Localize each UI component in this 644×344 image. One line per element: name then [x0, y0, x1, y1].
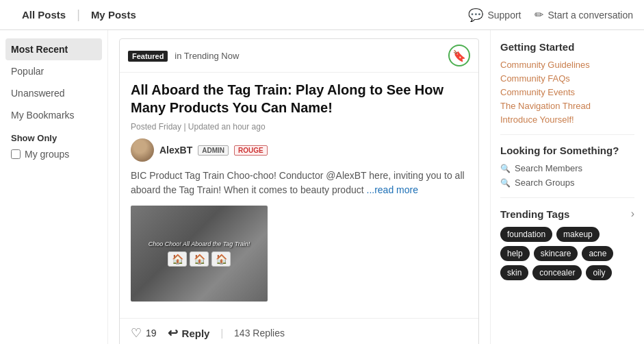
author-name[interactable]: AlexBT [159, 145, 192, 156]
search-members-item[interactable]: 🔍 Search Members [500, 163, 634, 173]
looking-for-title: Looking for Something? [500, 145, 634, 156]
train-car-2: 🏠 [190, 251, 209, 267]
post-card: Featured in Trending Now 🔖 All Aboard th… [119, 38, 479, 344]
sidebar-item-popular[interactable]: Popular [0, 60, 107, 82]
header-tabs: All Posts | My Posts [11, 0, 147, 30]
post-meta: Posted Friday | Updated an hour ago [131, 122, 467, 132]
tags-row-3: skin concealer oily [500, 265, 634, 280]
getting-started-title: Getting Started [500, 41, 634, 53]
search-groups-label: Search Groups [515, 177, 574, 188]
tag-makeup[interactable]: makeup [556, 227, 600, 242]
tags-row-2: help skincare acne [500, 246, 634, 261]
bookmark-icon: 🔖 [452, 49, 466, 62]
posted-label: Posted Friday [131, 122, 181, 132]
search-groups-item[interactable]: 🔍 Search Groups [500, 177, 634, 188]
reply-icon: ↩ [168, 325, 178, 341]
train-car-3: 🏠 [211, 251, 231, 267]
tag-skin[interactable]: skin [500, 265, 528, 280]
support-icon: 💬 [468, 8, 483, 23]
reply-button[interactable]: ↩ Reply [168, 325, 210, 341]
sidebar-item-my-groups[interactable]: My groups [0, 146, 107, 162]
support-button[interactable]: 💬 Support [468, 8, 521, 23]
tag-help[interactable]: help [500, 246, 530, 261]
edit-icon: ✏ [534, 8, 543, 21]
admin-badge: ADMIN [198, 145, 229, 156]
tab-all-posts[interactable]: All Posts [11, 0, 77, 30]
post-body: All Aboard the Tag Train: Play Along to … [120, 73, 478, 318]
tag-foundation[interactable]: foundation [500, 227, 552, 242]
updated-label: Updated an hour ago [188, 122, 266, 132]
sidebar-item-most-recent[interactable]: Most Recent [5, 38, 102, 60]
trending-tags-header: Trending Tags › [500, 208, 634, 220]
footer-divider: | [220, 328, 223, 339]
heart-icon: ♡ [131, 325, 142, 341]
post-author-row: AlexBT ADMIN ROUGE [131, 138, 467, 162]
post-header-bar: Featured in Trending Now 🔖 [120, 39, 478, 73]
support-label: Support [487, 10, 521, 21]
tab-my-posts[interactable]: My Posts [80, 0, 147, 30]
link-introduce-yourself[interactable]: Introduce Yourself! [500, 114, 634, 125]
link-navigation-thread[interactable]: The Navigation Thread [500, 101, 634, 111]
post-footer: ♡ 19 ↩ Reply | 143 Replies [120, 318, 478, 344]
like-section[interactable]: ♡ 19 [131, 325, 157, 341]
header: All Posts | My Posts 💬 Support ✏ Start a… [0, 0, 644, 30]
sidebar-divider-1 [500, 134, 634, 135]
my-groups-label: My groups [25, 149, 69, 160]
post-featured-section: Featured in Trending Now [128, 50, 239, 61]
post-image[interactable]: Choo Choo! All Aboard the Tag Train! 🏠 🏠… [131, 206, 268, 302]
tag-concealer[interactable]: concealer [532, 265, 582, 280]
avatar-image [131, 138, 154, 162]
rouge-badge: ROUGE [234, 145, 268, 156]
bookmark-button[interactable]: 🔖 [448, 45, 470, 66]
search-groups-icon: 🔍 [500, 178, 511, 188]
sidebar-item-my-bookmarks[interactable]: My Bookmarks [0, 104, 107, 126]
main-layout: Most Recent Popular Unanswered My Bookma… [0, 30, 644, 344]
train-image-text: Choo Choo! All Aboard the Tag Train! [149, 241, 250, 247]
header-right: 💬 Support ✏ Start a conversation [468, 8, 633, 23]
link-community-events[interactable]: Community Events [500, 87, 634, 97]
trending-tags-title: Trending Tags [500, 208, 569, 220]
train-cars: 🏠 🏠 🏠 [168, 251, 231, 267]
right-sidebar: Getting Started Community Guidelines Com… [490, 30, 644, 344]
trending-chevron-icon[interactable]: › [631, 208, 634, 220]
search-members-label: Search Members [515, 163, 582, 173]
tag-acne[interactable]: acne [582, 246, 613, 261]
featured-badge: Featured [128, 51, 168, 62]
tag-skincare[interactable]: skincare [534, 246, 578, 261]
center-content: Featured in Trending Now 🔖 All Aboard th… [108, 30, 490, 344]
post-title: All Aboard the Tag Train: Play Along to … [131, 81, 467, 116]
read-more-link[interactable]: ...read more [367, 184, 418, 195]
sidebar-item-unanswered[interactable]: Unanswered [0, 82, 107, 104]
search-members-icon: 🔍 [500, 164, 511, 173]
post-excerpt: BIC Product Tag Train Choo-choo! Conduct… [131, 169, 467, 197]
post-image-inner: Choo Choo! All Aboard the Tag Train! 🏠 🏠… [131, 206, 268, 302]
replies-count: 143 Replies [234, 328, 285, 339]
my-groups-checkbox[interactable] [11, 149, 21, 159]
link-community-faqs[interactable]: Community FAQs [500, 73, 634, 84]
author-avatar[interactable] [131, 138, 154, 162]
left-sidebar: Most Recent Popular Unanswered My Bookma… [0, 30, 108, 344]
start-conversation-button[interactable]: ✏ Start a conversation [534, 8, 633, 21]
start-conversation-label: Start a conversation [548, 10, 633, 21]
link-community-guidelines[interactable]: Community Guidelines [500, 60, 634, 70]
trending-label: in Trending Now [175, 51, 239, 61]
like-count: 19 [146, 328, 157, 339]
tags-row-1: foundation makeup [500, 227, 634, 242]
sidebar-divider-2 [500, 197, 634, 198]
tag-oily[interactable]: oily [586, 265, 612, 280]
show-only-label: Show Only [0, 126, 107, 146]
reply-label: Reply [182, 328, 210, 339]
train-car-1: 🏠 [168, 251, 187, 267]
